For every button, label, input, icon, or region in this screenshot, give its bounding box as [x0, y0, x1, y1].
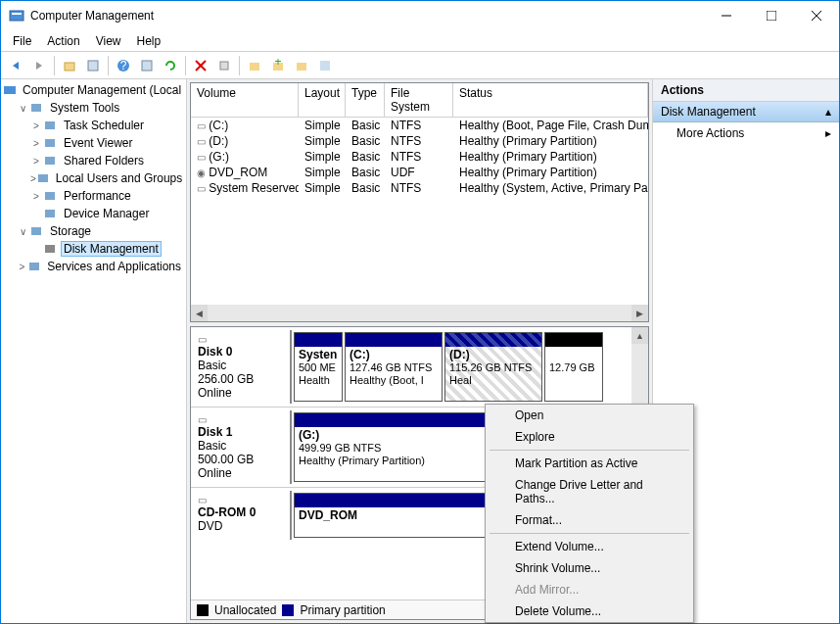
refresh-icon[interactable]: [160, 55, 181, 76]
context-menu[interactable]: OpenExploreMark Partition as ActiveChang…: [485, 404, 694, 623]
drive-icon: ◉: [197, 168, 206, 178]
more-actions[interactable]: More Actions ▸: [653, 122, 839, 144]
col-status[interactable]: Status: [453, 83, 648, 117]
tree-label: System Tools: [47, 101, 122, 115]
col-filesystem[interactable]: File System: [385, 83, 453, 117]
node-icon: [42, 118, 58, 133]
minimize-button[interactable]: [704, 1, 749, 30]
partition[interactable]: (D:)115.26 GB NTFSHeal: [444, 332, 542, 402]
context-item[interactable]: Shrink Volume...: [486, 557, 693, 579]
svg-rect-10: [142, 61, 152, 71]
menu-help[interactable]: Help: [129, 32, 169, 50]
tree-label: Storage: [47, 224, 94, 238]
volume-row[interactable]: ▭ (G:)SimpleBasicNTFSHealthy (Primary Pa…: [191, 149, 648, 165]
disk-row[interactable]: ▭Disk 0Basic256.00 GBOnlineSysten500 MEH…: [191, 327, 631, 408]
tree-item[interactable]: Device Manager: [3, 205, 184, 222]
close-button[interactable]: [794, 1, 839, 30]
expand-icon[interactable]: >: [30, 156, 42, 167]
maximize-button[interactable]: [749, 1, 794, 30]
action4-icon[interactable]: [314, 55, 336, 76]
action1-icon[interactable]: [244, 55, 265, 76]
node-icon: [28, 100, 44, 116]
tree-item[interactable]: ∨Storage: [3, 222, 184, 240]
svg-rect-0: [10, 11, 23, 21]
volume-header[interactable]: Volume Layout Type File System Status: [191, 83, 648, 118]
col-volume[interactable]: Volume: [191, 83, 299, 117]
context-item[interactable]: Format...: [486, 509, 693, 531]
svg-rect-13: [220, 62, 228, 70]
node-icon: [42, 188, 58, 204]
tree-item[interactable]: >Task Scheduler: [3, 117, 184, 134]
help-icon[interactable]: ?: [113, 55, 134, 76]
tree-item[interactable]: >Event Viewer: [3, 134, 184, 152]
volume-list[interactable]: Volume Layout Type File System Status ▭ …: [190, 82, 649, 322]
expand-icon[interactable]: ∨: [17, 226, 28, 237]
col-layout[interactable]: Layout: [299, 83, 346, 117]
volume-row[interactable]: ▭ System ReservedSimpleBasicNTFSHealthy …: [191, 180, 648, 196]
view-icon[interactable]: [136, 55, 158, 76]
svg-rect-25: [45, 192, 55, 200]
context-item[interactable]: Mark Partition as Active: [486, 453, 693, 474]
svg-rect-14: [250, 63, 259, 71]
tree-item[interactable]: >Shared Folders: [3, 152, 184, 169]
context-item[interactable]: Extend Volume...: [486, 536, 693, 557]
tree-item[interactable]: Disk Management: [3, 240, 184, 258]
forward-button[interactable]: [28, 55, 50, 76]
actions-header: Actions: [653, 79, 839, 102]
action3-icon[interactable]: [291, 55, 312, 76]
tree-label: Task Scheduler: [61, 119, 147, 132]
volume-row[interactable]: ◉ DVD_ROMSimpleBasicUDFHealthy (Primary …: [191, 165, 648, 180]
context-item[interactable]: Change Drive Letter and Paths...: [486, 474, 693, 509]
tree-item[interactable]: >Local Users and Groups: [3, 169, 184, 187]
svg-rect-1: [12, 13, 22, 15]
context-separator: [490, 450, 689, 451]
partition-header: [346, 333, 442, 347]
partition[interactable]: Systen500 MEHealth: [294, 332, 343, 402]
volume-hscroll[interactable]: ◀▶: [191, 305, 648, 321]
partition[interactable]: (C:)127.46 GB NTFSHealthy (Boot, I: [345, 332, 443, 402]
expand-icon[interactable]: ∨: [17, 103, 28, 114]
disk-info: ▭Disk 0Basic256.00 GBOnline: [194, 330, 292, 404]
window-title: Computer Management: [30, 9, 704, 23]
col-type[interactable]: Type: [346, 83, 385, 117]
volume-row[interactable]: ▭ (D:)SimpleBasicNTFSHealthy (Primary Pa…: [191, 133, 648, 149]
disk-icon: ▭: [198, 334, 286, 345]
navigation-tree[interactable]: Computer Management (Local ∨System Tools…: [1, 79, 187, 623]
tree-item[interactable]: ∨System Tools: [3, 99, 184, 117]
expand-icon[interactable]: >: [30, 191, 42, 202]
node-icon: [36, 170, 50, 186]
volume-row[interactable]: ▭ (C:)SimpleBasicNTFSHealthy (Boot, Page…: [191, 118, 648, 133]
node-icon: [42, 241, 58, 257]
action2-icon[interactable]: +: [267, 55, 289, 76]
expand-icon[interactable]: >: [30, 138, 42, 149]
titlebar[interactable]: Computer Management: [1, 1, 839, 30]
menu-action[interactable]: Action: [39, 32, 87, 50]
expand-icon[interactable]: >: [30, 120, 42, 131]
tree-item[interactable]: >Services and Applications: [3, 258, 184, 275]
settings-icon[interactable]: [213, 55, 235, 76]
context-item[interactable]: Open: [486, 405, 693, 426]
expand-icon[interactable]: >: [17, 262, 27, 272]
actions-section[interactable]: Disk Management ▴: [653, 102, 839, 122]
drive-icon: ▭: [197, 136, 206, 147]
context-item[interactable]: Explore: [486, 426, 693, 448]
delete-icon[interactable]: [190, 55, 211, 76]
properties-icon[interactable]: [82, 55, 104, 76]
svg-rect-21: [45, 121, 55, 129]
tree-root[interactable]: Computer Management (Local: [20, 83, 184, 97]
node-icon: [42, 135, 58, 151]
node-icon: [42, 206, 58, 221]
legend-unallocated: Unallocated: [214, 603, 276, 617]
svg-rect-22: [45, 139, 55, 147]
legend-primary: Primary partition: [300, 603, 385, 617]
tree-item[interactable]: >Performance: [3, 187, 184, 205]
node-icon: [42, 153, 58, 168]
menu-view[interactable]: View: [88, 32, 129, 50]
menu-file[interactable]: File: [5, 32, 39, 50]
svg-rect-26: [45, 210, 55, 217]
partition[interactable]: 12.79 GB: [544, 332, 603, 402]
up-icon[interactable]: [59, 55, 80, 76]
back-button[interactable]: [5, 55, 26, 76]
context-item[interactable]: Delete Volume...: [486, 600, 693, 622]
node-icon: [28, 223, 44, 239]
